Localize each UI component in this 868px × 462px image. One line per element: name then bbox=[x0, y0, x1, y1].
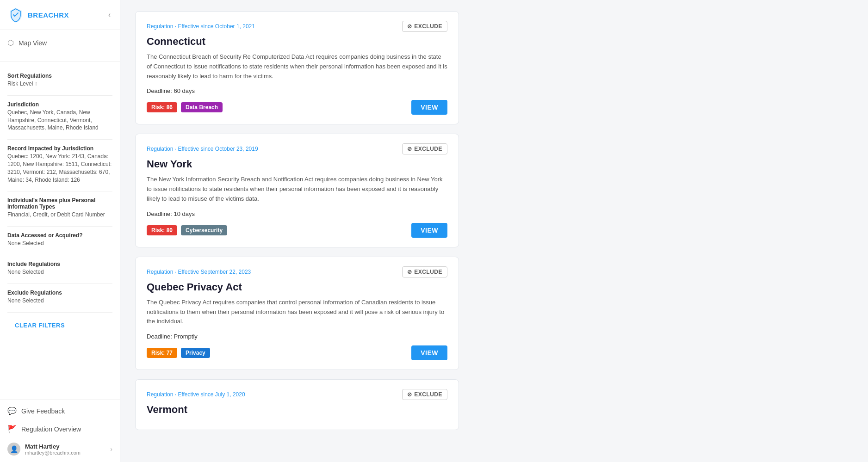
exclude-icon-quebec: ⊘ bbox=[407, 269, 412, 275]
avatar: 👤 bbox=[7, 443, 20, 456]
data-accessed-label: Data Accessed or Acquired? bbox=[7, 232, 112, 239]
type-tag-quebec: Privacy bbox=[181, 348, 210, 358]
user-left: 👤 Matt Hartley mhartley@breachrx.com bbox=[7, 443, 81, 456]
exclude-button-vermont[interactable]: ⊘ EXCLUDE bbox=[402, 389, 447, 400]
jurisdiction-value: Quebec, New York, Canada, New Hampshire,… bbox=[7, 109, 112, 132]
sidebar-nav: ⬡ Map View bbox=[0, 30, 120, 55]
regulation-card-vermont: Regulation · Effective since July 1, 202… bbox=[135, 379, 459, 430]
user-name: Matt Hartley bbox=[25, 443, 81, 450]
card-header-connecticut: Regulation · Effective since October 1, … bbox=[147, 21, 447, 32]
tags-quebec: Risk: 77 Privacy bbox=[147, 348, 210, 358]
exclude-icon-new-york: ⊘ bbox=[407, 146, 412, 152]
breachrx-logo-icon bbox=[7, 6, 24, 23]
reg-deadline-quebec: Deadline: Promptly bbox=[147, 333, 447, 340]
risk-tag-quebec: Risk: 77 bbox=[147, 348, 177, 358]
sort-section: Sort Regulations Risk Level ↑ bbox=[7, 73, 112, 88]
sidebar-filters: Sort Regulations Risk Level ↑ Jurisdicti… bbox=[0, 67, 120, 400]
type-tag-new-york: Cybersecurity bbox=[181, 225, 227, 235]
sidebar-user-profile[interactable]: 👤 Matt Hartley mhartley@breachrx.com › bbox=[0, 438, 120, 460]
user-email: mhartley@breachrx.com bbox=[25, 450, 81, 456]
map-icon: ⬡ bbox=[7, 38, 14, 47]
record-section: Record Impacted by Jurisdiction Quebec: … bbox=[7, 145, 112, 184]
type-tag-connecticut: Data Breach bbox=[181, 102, 223, 112]
card-header-vermont: Regulation · Effective since July 1, 202… bbox=[147, 389, 447, 400]
individual-section: Individual's Names plus Personal Informa… bbox=[7, 197, 112, 219]
risk-tag-connecticut: Risk: 86 bbox=[147, 102, 177, 112]
sort-label: Sort Regulations bbox=[7, 73, 112, 79]
reg-meta-connecticut: Regulation · Effective since October 1, … bbox=[147, 23, 255, 30]
view-button-quebec[interactable]: VIEW bbox=[411, 345, 447, 360]
card-footer-quebec: Risk: 77 Privacy VIEW bbox=[147, 345, 447, 360]
reg-meta-new-york: Regulation · Effective since October 23,… bbox=[147, 146, 258, 152]
regulation-overview-label: Regulation Overview bbox=[21, 425, 81, 433]
individual-label: Individual's Names plus Personal Informa… bbox=[7, 197, 112, 210]
reg-title-vermont: Vermont bbox=[147, 404, 447, 416]
sidebar-item-feedback[interactable]: 💬 Give Feedback bbox=[0, 402, 120, 420]
view-button-new-york[interactable]: VIEW bbox=[411, 223, 447, 238]
sidebar-collapse-button[interactable]: ‹ bbox=[106, 9, 112, 21]
logo-text: BREACHRX bbox=[28, 11, 69, 19]
reg-deadline-connecticut: Deadline: 60 days bbox=[147, 87, 447, 94]
sidebar: BREACHRX ‹ ⬡ Map View Sort Regulations R… bbox=[0, 0, 120, 462]
user-info: Matt Hartley mhartley@breachrx.com bbox=[25, 443, 81, 456]
logo-area: BREACHRX bbox=[7, 6, 69, 23]
record-label: Record Impacted by Jurisdiction bbox=[7, 145, 112, 152]
reg-description-new-york: The New York Information Security Breach… bbox=[147, 175, 447, 203]
sidebar-item-regulation-overview[interactable]: 🚩 Regulation Overview bbox=[0, 420, 120, 438]
regulation-card-new-york: Regulation · Effective since October 23,… bbox=[135, 134, 459, 247]
exclude-regulations-label: Exclude Regulations bbox=[7, 290, 112, 296]
risk-tag-new-york: Risk: 80 bbox=[147, 225, 177, 235]
chevron-right-icon: › bbox=[110, 445, 112, 453]
include-regulations-section[interactable]: Include Regulations None Selected bbox=[7, 261, 112, 276]
include-regulations-value: None Selected bbox=[7, 268, 112, 276]
card-footer-new-york: Risk: 80 Cybersecurity VIEW bbox=[147, 223, 447, 238]
view-button-connecticut[interactable]: VIEW bbox=[411, 100, 447, 115]
exclude-regulations-section[interactable]: Exclude Regulations None Selected bbox=[7, 290, 112, 305]
sidebar-item-map-view[interactable]: ⬡ Map View bbox=[0, 34, 120, 52]
sort-value: Risk Level ↑ bbox=[7, 80, 112, 88]
exclude-icon-connecticut: ⊘ bbox=[407, 23, 412, 30]
data-accessed-section: Data Accessed or Acquired? None Selected bbox=[7, 232, 112, 247]
reg-title-quebec: Quebec Privacy Act bbox=[147, 281, 447, 293]
exclude-regulations-value: None Selected bbox=[7, 297, 112, 305]
include-regulations-label: Include Regulations bbox=[7, 261, 112, 267]
regulation-overview-icon: 🚩 bbox=[7, 425, 17, 433]
feedback-label: Give Feedback bbox=[21, 407, 65, 415]
regulation-card-connecticut: Regulation · Effective since October 1, … bbox=[135, 11, 459, 124]
tags-new-york: Risk: 80 Cybersecurity bbox=[147, 225, 227, 235]
exclude-icon-vermont: ⊘ bbox=[407, 391, 412, 398]
jurisdiction-section: Jurisdiction Quebec, New York, Canada, N… bbox=[7, 101, 112, 132]
sidebar-footer: 💬 Give Feedback 🚩 Regulation Overview 👤 … bbox=[0, 400, 120, 462]
exclude-button-quebec[interactable]: ⊘ EXCLUDE bbox=[402, 266, 447, 277]
map-view-label: Map View bbox=[19, 39, 47, 47]
feedback-icon: 💬 bbox=[7, 407, 17, 415]
exclude-button-connecticut[interactable]: ⊘ EXCLUDE bbox=[402, 21, 447, 32]
avatar-icon: 👤 bbox=[10, 445, 18, 453]
tags-connecticut: Risk: 86 Data Breach bbox=[147, 102, 223, 112]
card-header-new-york: Regulation · Effective since October 23,… bbox=[147, 143, 447, 154]
individual-value: Financial, Credit, or Debit Card Number bbox=[7, 211, 112, 219]
jurisdiction-label: Jurisdiction bbox=[7, 101, 112, 108]
regulation-card-quebec: Regulation · Effective September 22, 202… bbox=[135, 257, 459, 370]
clear-filters-button[interactable]: CLEAR FILTERS bbox=[7, 318, 112, 333]
sidebar-header: BREACHRX ‹ bbox=[0, 0, 120, 30]
reg-meta-vermont: Regulation · Effective since July 1, 202… bbox=[147, 391, 245, 398]
main-content: Regulation · Effective since October 1, … bbox=[120, 0, 868, 462]
card-footer-connecticut: Risk: 86 Data Breach VIEW bbox=[147, 100, 447, 115]
exclude-button-new-york[interactable]: ⊘ EXCLUDE bbox=[402, 143, 447, 154]
reg-meta-quebec: Regulation · Effective September 22, 202… bbox=[147, 269, 251, 275]
reg-title-connecticut: Connecticut bbox=[147, 36, 447, 48]
record-value: Quebec: 1200, New York: 2143, Canada: 12… bbox=[7, 153, 112, 184]
reg-title-new-york: New York bbox=[147, 158, 447, 170]
reg-description-connecticut: The Connecticut Breach of Security Re Co… bbox=[147, 52, 447, 81]
reg-description-quebec: The Quebec Privacy Act requires companie… bbox=[147, 298, 447, 326]
reg-deadline-new-york: Deadline: 10 days bbox=[147, 210, 447, 217]
card-header-quebec: Regulation · Effective September 22, 202… bbox=[147, 266, 447, 277]
data-accessed-value: None Selected bbox=[7, 240, 112, 247]
